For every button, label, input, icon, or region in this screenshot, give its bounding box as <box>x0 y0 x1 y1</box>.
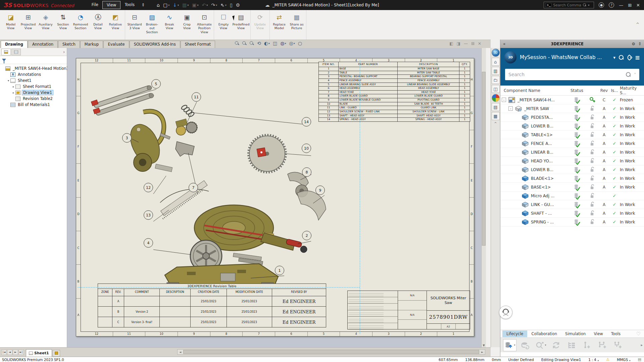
structure-list-icon[interactable]: ▾ <box>565 339 578 351</box>
tab-evaluate[interactable]: Evaluate <box>103 41 129 48</box>
crop-view-button[interactable]: ▣Crop View <box>178 10 196 40</box>
lock-icon[interactable] <box>586 201 599 208</box>
balloon-callout[interactable]: 14 <box>302 117 311 126</box>
relative-view-button[interactable]: ◩Relative View <box>107 10 124 40</box>
component-row[interactable]: TABLE<1> A ✓ In Work <box>500 131 644 139</box>
help-icon[interactable]: ? <box>609 2 614 8</box>
property-manager-tab[interactable] <box>11 49 21 55</box>
column-is[interactable]: Is... <box>609 88 620 93</box>
balloon-callout[interactable]: 11 <box>192 92 201 102</box>
component-row[interactable]: - _MITER SAW(4-H... C ✓ Frozen <box>500 96 644 104</box>
broken-out-section-button[interactable]: ▨Broken-out Section <box>143 10 161 40</box>
window-restore-icon[interactable]: ⊞ <box>471 41 475 46</box>
feature-tree-tab[interactable] <box>1 49 11 55</box>
tree-item[interactable]: ▸Drawing View1 <box>0 90 67 96</box>
collapse-panel-icon[interactable]: « <box>503 42 505 46</box>
component-row[interactable]: LOWER B... A ✓ In Work <box>500 165 644 174</box>
home-icon[interactable]: ⌂▾ <box>155 2 161 8</box>
empty-view-button[interactable]: ☐Empty View <box>215 10 232 40</box>
bom-row[interactable]: 13SHAFT - HEAD ASSYSHAFT- HEAD ASSY1 <box>319 114 470 118</box>
panel-gear-icon[interactable]: ⚙ <box>632 42 635 46</box>
search-caret-icon[interactable]: ▾ <box>588 4 589 7</box>
design-library-icon[interactable]: ▥ <box>492 67 500 75</box>
tree-expand-icon[interactable]: ▸ <box>11 85 15 88</box>
tab-sketch[interactable]: Sketch <box>58 41 80 48</box>
revision-row[interactable]: CVersion 3- final!25/01/202325/01/2023Ed… <box>98 317 326 327</box>
panel-pin-icon[interactable]: ✎ <box>637 41 642 47</box>
tree-item[interactable]: _MITER SAW(4-Head Motion) <box>0 65 67 71</box>
lock-icon[interactable] <box>586 184 599 191</box>
document-manager-icon[interactable]: ▦ <box>492 112 500 120</box>
custom-properties-icon[interactable]: ▤ <box>492 103 500 111</box>
bom-row[interactable]: 6HEAD ASSEMBLYHEAD ASSEMBLY1 <box>319 87 470 91</box>
tab-drawing[interactable]: Drawing <box>1 41 28 48</box>
balloon-callout[interactable]: 13 <box>144 210 153 220</box>
explore-icon[interactable]: ▾ <box>534 339 547 351</box>
command-search[interactable]: >_ ▾ <box>544 2 594 8</box>
3d-content-central-icon[interactable]: ● <box>492 94 500 102</box>
lock-icon[interactable] <box>586 123 599 130</box>
component-search-caret-icon[interactable]: ˅ <box>634 72 636 77</box>
vertical-scrollbar[interactable]: ▼ <box>481 48 486 347</box>
column-rev[interactable]: Rev <box>599 88 609 93</box>
first-sheet-button[interactable]: |◄ <box>1 350 7 355</box>
toolbar-overflow-icon[interactable]: ▸ <box>641 343 643 347</box>
prev-sheet-button[interactable]: ◄ <box>7 350 12 355</box>
redo-icon[interactable]: ↷▾ <box>210 2 218 8</box>
tab-annotation[interactable]: Annotation <box>28 41 58 48</box>
session-caret-icon[interactable]: ▾ <box>613 55 615 60</box>
bom-row[interactable]: 2TABLEMITER SAW TABLE1 <box>319 71 470 75</box>
sheet1-tab[interactable]: Sheet1 <box>26 349 52 357</box>
component-row[interactable]: HEAD YO... A ✓ In Work <box>500 157 644 165</box>
file-explorer-icon[interactable]: 🗀 <box>492 76 500 84</box>
tree-item[interactable]: ▾Sheet1 <box>0 77 67 84</box>
new-document-icon[interactable]: ▢▾ <box>162 2 171 8</box>
balloon-callout[interactable]: 5 <box>151 79 161 89</box>
component-row[interactable]: BLADE<1> A ✓ In Work <box>500 174 644 183</box>
lock-icon[interactable] <box>586 166 599 173</box>
lifecycle-tab-tools[interactable]: Tools <box>607 330 625 337</box>
component-search-input[interactable] <box>508 72 623 77</box>
close-button[interactable]: ✕ <box>636 3 640 8</box>
zoom-area-icon[interactable]: ▾ <box>242 41 247 46</box>
pin-menu-icon[interactable]: ✎ <box>140 2 146 8</box>
tree-item[interactable]: AAnnotations <box>0 71 67 77</box>
section-view-button[interactable]: ⇅Section View <box>54 10 72 40</box>
status-doc-icon[interactable]: ▤ <box>638 357 641 362</box>
bom-row[interactable]: 1BASEMITER SAW BASE1 <box>319 67 470 71</box>
scroll-left-icon[interactable]: ◄ <box>178 351 183 354</box>
component-row[interactable]: SHAFT - ... A ✓ In Work <box>500 209 644 218</box>
component-row[interactable]: PEDESTA... A ✓ In Work <box>500 113 644 122</box>
share-as-picture-button[interactable]: ▦Share as Picture <box>288 10 305 40</box>
removed-section-button[interactable]: ◔Removed Section <box>72 10 89 40</box>
column-status[interactable]: Status <box>568 88 586 93</box>
lock-icon[interactable] <box>586 175 599 182</box>
balloon-callout[interactable]: 9 <box>315 186 325 195</box>
balloon-callout[interactable]: 4 <box>144 238 153 248</box>
zoom-selected-icon[interactable]: ▾ <box>250 41 254 46</box>
scroll-right-icon[interactable]: ► <box>480 351 485 354</box>
tree-item[interactable]: ▸Sheet Format1 <box>0 84 67 90</box>
title-block[interactable]: N/A N/A SOLIDWORKS Miter Saw 2578901DRW … <box>347 291 470 329</box>
expand-pane-icon[interactable]: › <box>63 50 65 54</box>
add-sheet-tab[interactable] <box>53 350 60 357</box>
save-icon[interactable]: ▥▾ <box>181 2 190 8</box>
column-component-name[interactable]: Component Name <box>504 88 568 93</box>
break-view-button[interactable]: ∿Break View <box>161 10 178 40</box>
bom-row[interactable]: 7HEAD YOKEHEAD YOKE1 <box>319 90 470 94</box>
lock-icon[interactable] <box>586 210 599 217</box>
column-maturity[interactable]: Maturity S... <box>620 86 644 95</box>
minimize-button[interactable]: — <box>619 3 623 8</box>
tree-item[interactable]: Bill of Materials1 <box>0 102 67 108</box>
next-sheet-button[interactable]: ► <box>13 350 18 355</box>
hide-show-items-icon[interactable]: ◎▾ <box>289 41 295 46</box>
menu-item[interactable]: Tools <box>120 1 139 9</box>
3dexperience-assistant-button[interactable] <box>499 306 512 319</box>
revision-row[interactable]: BVersion 225/01/202325/01/2023Ed ENGINEE… <box>98 307 326 317</box>
lifecycle-tab-simulation[interactable]: Simulation <box>561 330 590 337</box>
lock-icon[interactable] <box>586 105 599 112</box>
tab-sheet-format[interactable]: Sheet Format <box>181 41 215 48</box>
balloon-callout[interactable]: 2 <box>302 231 311 240</box>
bom-row[interactable]: 11LINK - GUARDGUARD LINK1 <box>319 106 470 110</box>
balloon-callout[interactable]: 7 <box>189 183 198 192</box>
